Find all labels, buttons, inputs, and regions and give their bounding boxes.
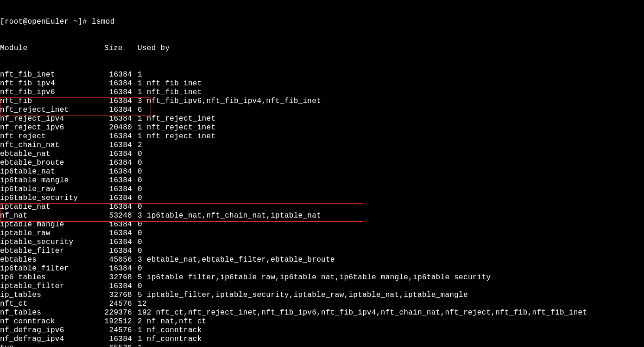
lsmod-row: nf_reject_ipv4163841 nft_reject_inet xyxy=(0,115,644,123)
module-used-by: 1 xyxy=(132,344,142,347)
module-used-by: 3 ebtable_nat,ebtable_filter,ebtable_bro… xyxy=(132,256,335,264)
module-size: 24576 xyxy=(104,300,132,308)
module-used-by: 3 nft_fib_ipv6,nft_fib_ipv4,nft_fib_inet xyxy=(132,97,321,106)
module-name: ip6table_nat xyxy=(0,167,104,176)
module-name: ip6table_filter xyxy=(0,264,104,273)
module-name: nft_fib_inet xyxy=(0,71,104,79)
module-used-by: 5 iptable_filter,iptable_security,iptabl… xyxy=(132,291,468,300)
lsmod-row: iptable_mangle163840 xyxy=(0,220,644,229)
module-used-by: 5 ip6table_filter,ip6table_raw,ip6table_… xyxy=(132,273,491,282)
module-size: 16384 xyxy=(104,150,132,159)
module-used-by: 0 xyxy=(132,229,142,238)
lsmod-row: nft_fib163843 nft_fib_ipv6,nft_fib_ipv4,… xyxy=(0,97,644,106)
module-size: 192512 xyxy=(104,317,132,326)
module-name: nft_reject xyxy=(0,132,104,141)
module-size: 20480 xyxy=(104,123,132,132)
module-name: ebtable_nat xyxy=(0,150,104,159)
module-used-by: 1 nft_reject_inet xyxy=(132,132,215,141)
module-size: 16384 xyxy=(104,159,132,167)
module-used-by: 3 ip6table_nat,nft_chain_nat,iptable_nat xyxy=(132,212,321,220)
module-size: 16384 xyxy=(104,282,132,291)
module-size: 32768 xyxy=(104,273,132,282)
module-size: 16384 xyxy=(104,194,132,203)
module-name: nf_reject_ipv4 xyxy=(0,115,104,123)
lsmod-row: nft_fib_inet163841 xyxy=(0,71,644,79)
lsmod-row: ebtable_nat163840 xyxy=(0,150,644,159)
module-used-by: 1 nft_reject_inet xyxy=(132,115,215,123)
module-name: nf_defrag_ipv4 xyxy=(0,335,104,344)
lsmod-row: nft_fib_ipv6163841 nft_fib_inet xyxy=(0,88,644,97)
module-used-by: 0 xyxy=(132,159,142,167)
module-size: 16384 xyxy=(104,220,132,229)
module-used-by: 0 xyxy=(132,194,142,203)
module-used-by: 1 nf_conntrack xyxy=(132,326,202,335)
module-size: 24576 xyxy=(104,326,132,335)
lsmod-row: nf_nat532483 ip6table_nat,nft_chain_nat,… xyxy=(0,212,644,220)
module-used-by: 1 xyxy=(132,71,142,79)
lsmod-row: ip6table_mangle163840 xyxy=(0,176,644,185)
module-used-by: 1 nf_conntrack xyxy=(132,335,202,344)
lsmod-row: nf_defrag_ipv6245761 nf_conntrack xyxy=(0,326,644,335)
module-name: nf_reject_ipv6 xyxy=(0,123,104,132)
module-name: nf_defrag_ipv6 xyxy=(0,326,104,335)
lsmod-header: ModuleSizeUsed by xyxy=(0,44,644,53)
header-size: Size xyxy=(104,44,138,53)
lsmod-row: ip6_tables327685 ip6table_filter,ip6tabl… xyxy=(0,273,644,282)
lsmod-row: nft_fib_ipv4163841 nft_fib_inet xyxy=(0,79,644,88)
module-name: nft_ct xyxy=(0,300,104,308)
module-used-by: 0 xyxy=(132,185,142,194)
lsmod-row: tun655361 xyxy=(0,344,644,347)
lsmod-row: ip6table_security163840 xyxy=(0,194,644,203)
lsmod-row: nft_reject_inet163846 xyxy=(0,106,644,115)
lsmod-row: nf_defrag_ipv4163841 nf_conntrack xyxy=(0,335,644,344)
module-name: nf_conntrack xyxy=(0,317,104,326)
module-size: 16384 xyxy=(104,167,132,176)
module-name: nft_reject_inet xyxy=(0,106,104,115)
module-used-by: 0 xyxy=(132,203,142,212)
lsmod-row: iptable_nat163840 xyxy=(0,203,644,212)
module-size: 16384 xyxy=(104,97,132,106)
module-name: ip6_tables xyxy=(0,273,104,282)
module-size: 16384 xyxy=(104,132,132,141)
module-name: ebtables xyxy=(0,256,104,264)
module-name: ip_tables xyxy=(0,291,104,300)
module-size: 16384 xyxy=(104,229,132,238)
module-name: tun xyxy=(0,344,104,347)
module-name: nft_chain_nat xyxy=(0,141,104,150)
module-size: 16384 xyxy=(104,79,132,88)
module-size: 16384 xyxy=(104,264,132,273)
module-name: nf_nat xyxy=(0,212,104,220)
lsmod-row: ip6table_nat163840 xyxy=(0,167,644,176)
shell-prompt-line: [root@openEuler ~]# lsmod xyxy=(0,18,644,26)
module-size: 16384 xyxy=(104,106,132,115)
module-used-by: 2 xyxy=(132,141,142,150)
module-used-by: 6 xyxy=(132,106,142,115)
module-size: 16384 xyxy=(104,115,132,123)
module-size: 16384 xyxy=(104,88,132,97)
lsmod-row: nft_chain_nat163842 xyxy=(0,141,644,150)
module-name: nft_fib_ipv6 xyxy=(0,88,104,97)
module-used-by: 0 xyxy=(132,167,142,176)
lsmod-row: ebtable_broute163840 xyxy=(0,159,644,167)
module-size: 53248 xyxy=(104,212,132,220)
module-name: nft_fib xyxy=(0,97,104,106)
lsmod-row: iptable_security163840 xyxy=(0,238,644,247)
header-module: Module xyxy=(0,44,104,53)
module-used-by: 0 xyxy=(132,247,142,256)
lsmod-row: ip6table_filter163840 xyxy=(0,264,644,273)
module-name: ip6table_mangle xyxy=(0,176,104,185)
module-used-by: 0 xyxy=(132,176,142,185)
lsmod-row: nft_reject163841 nft_reject_inet xyxy=(0,132,644,141)
module-name: iptable_nat xyxy=(0,203,104,212)
module-used-by: 192 nft_ct,nft_reject_inet,nft_fib_ipv6,… xyxy=(132,308,587,317)
lsmod-row: nft_ct2457612 xyxy=(0,300,644,308)
module-used-by: 1 nft_fib_inet xyxy=(132,79,202,88)
module-size: 16384 xyxy=(104,185,132,194)
lsmod-row: iptable_raw163840 xyxy=(0,229,644,238)
module-size: 16384 xyxy=(104,247,132,256)
lsmod-row: iptable_filter163840 xyxy=(0,282,644,291)
lsmod-rows: nft_fib_inet163841nft_fib_ipv4163841 nft… xyxy=(0,71,644,347)
lsmod-row: nf_reject_ipv6204801 nft_reject_inet xyxy=(0,123,644,132)
module-used-by: 2 nf_nat,nft_ct xyxy=(132,317,207,326)
module-name: iptable_security xyxy=(0,238,104,247)
